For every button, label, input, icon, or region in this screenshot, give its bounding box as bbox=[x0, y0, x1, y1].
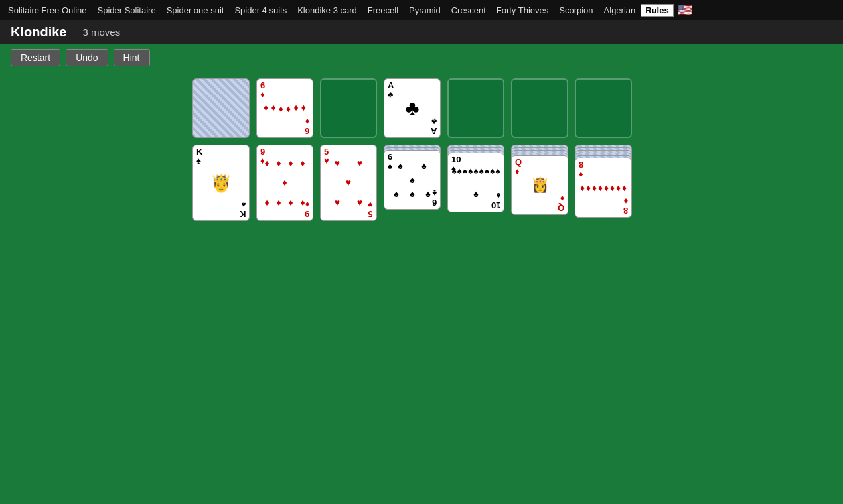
tableau-row: K♠ 🤴 K♠ 9♦ ♦ ♦ ♦ ♦ ♦ ♦ ♦ ♦ ♦ 9♦ 5♥ ♥ bbox=[192, 145, 843, 221]
foundation-2[interactable] bbox=[447, 78, 504, 138]
foundation1-rank-tl: A♣ bbox=[388, 81, 394, 100]
moves-count: 3 moves bbox=[82, 27, 120, 38]
game-area: 6♦ ♦ ♦ ♦ ♦ ♦ ♦ 6♦ A♣ ♣ A♣ bbox=[0, 72, 843, 221]
nav-scorpion[interactable]: Scorpion bbox=[554, 5, 598, 15]
stock-pile[interactable] bbox=[192, 78, 250, 138]
foundation-4[interactable] bbox=[575, 78, 632, 138]
empty-slot-1[interactable] bbox=[320, 78, 377, 138]
tableau-col-1[interactable]: K♠ 🤴 K♠ bbox=[192, 145, 250, 221]
top-card-row: 6♦ ♦ ♦ ♦ ♦ ♦ ♦ 6♦ A♣ ♣ A♣ bbox=[192, 78, 843, 138]
foundation-1[interactable]: A♣ ♣ A♣ bbox=[384, 78, 441, 138]
tableau-col-3[interactable]: 5♥ ♥ ♥ ♥ ♥ ♥ 5♥ bbox=[320, 145, 377, 221]
nav-spider-one-suit[interactable]: Spider one suit bbox=[161, 5, 230, 15]
tableau-col-7[interactable]: 8♦ ♦ ♦ ♦ ♦ ♦ ♦ ♦ ♦ 8♦ bbox=[575, 145, 632, 221]
nav-solitaire-free-online[interactable]: Solitaire Free Online bbox=[3, 5, 92, 15]
controls-bar: Restart Undo Hint bbox=[0, 44, 843, 72]
col1-rank-br: K♠ bbox=[240, 199, 246, 218]
nav-klondike-3-card[interactable]: Klondike 3 card bbox=[292, 5, 362, 15]
nav-spider-solitaire[interactable]: Spider Solitaire bbox=[92, 5, 161, 15]
col2-rank-br: 9♦ bbox=[305, 199, 309, 218]
col7-top-card[interactable]: 8♦ ♦ ♦ ♦ ♦ ♦ ♦ ♦ ♦ 8♦ bbox=[575, 158, 632, 218]
col4-top-card[interactable]: 6♠ ♠ ♠ ♠ ♠ ♠ ♠ 6♠ bbox=[384, 150, 441, 210]
tableau-col-4[interactable]: 6♠ ♠ ♠ ♠ ♠ ♠ ♠ 6♠ bbox=[384, 145, 441, 221]
top-navigation: Solitaire Free Online Spider Solitaire S… bbox=[0, 0, 843, 20]
game-title: Klondike bbox=[11, 25, 66, 40]
hint-button[interactable]: Hint bbox=[114, 49, 150, 66]
nav-forty-thieves[interactable]: Forty Thieves bbox=[491, 5, 554, 15]
language-flag[interactable]: 🇺🇸 bbox=[674, 3, 696, 17]
restart-button[interactable]: Restart bbox=[11, 49, 60, 66]
col6-face: 👸 bbox=[531, 176, 549, 194]
foundation-3[interactable] bbox=[511, 78, 568, 138]
game-header: Klondike 3 moves bbox=[0, 20, 843, 44]
rules-button[interactable]: Rules bbox=[641, 4, 673, 17]
undo-button[interactable]: Undo bbox=[66, 49, 108, 66]
col6-rank-tl: Q♦ bbox=[515, 158, 522, 177]
nav-pyramid[interactable]: Pyramid bbox=[404, 5, 446, 15]
waste-pile-card[interactable]: 6♦ ♦ ♦ ♦ ♦ ♦ ♦ 6♦ bbox=[256, 78, 313, 138]
waste-rank-br: 6♦ bbox=[305, 116, 309, 135]
col1-face: 🤴 bbox=[210, 172, 232, 193]
col6-rank-br: Q♦ bbox=[558, 193, 564, 212]
nav-crescent[interactable]: Crescent bbox=[446, 5, 491, 15]
tableau-col-5[interactable]: 10♠ ♠ ♠ ♠ ♠ ♠ ♠ ♠ ♠ ♠ ♠ 10♠ bbox=[447, 145, 504, 221]
col5-top-card[interactable]: 10♠ ♠ ♠ ♠ ♠ ♠ ♠ ♠ ♠ ♠ ♠ 10♠ bbox=[447, 153, 504, 212]
col1-rank-tl: K♠ bbox=[196, 147, 202, 166]
tableau-col-2[interactable]: 9♦ ♦ ♦ ♦ ♦ ♦ ♦ ♦ ♦ ♦ 9♦ bbox=[256, 145, 313, 221]
col7-rank-br: 8♦ bbox=[623, 196, 628, 215]
foundation1-rank-br: A♣ bbox=[431, 116, 437, 135]
nav-freecell[interactable]: Freecell bbox=[362, 5, 404, 15]
col6-top-card[interactable]: Q♦ 👸 Q♦ bbox=[511, 155, 568, 215]
col4-rank-br: 6♠ bbox=[432, 188, 437, 207]
foundation1-suit-center: ♣ bbox=[406, 96, 420, 121]
nav-spider-4-suits[interactable]: Spider 4 suits bbox=[229, 5, 292, 15]
col3-rank-br: 5♥ bbox=[368, 199, 373, 218]
tableau-col-6[interactable]: Q♦ 👸 Q♦ bbox=[511, 145, 568, 221]
nav-algerian[interactable]: Algerian bbox=[599, 5, 641, 15]
col5-rank-br: 10♠ bbox=[491, 190, 500, 210]
